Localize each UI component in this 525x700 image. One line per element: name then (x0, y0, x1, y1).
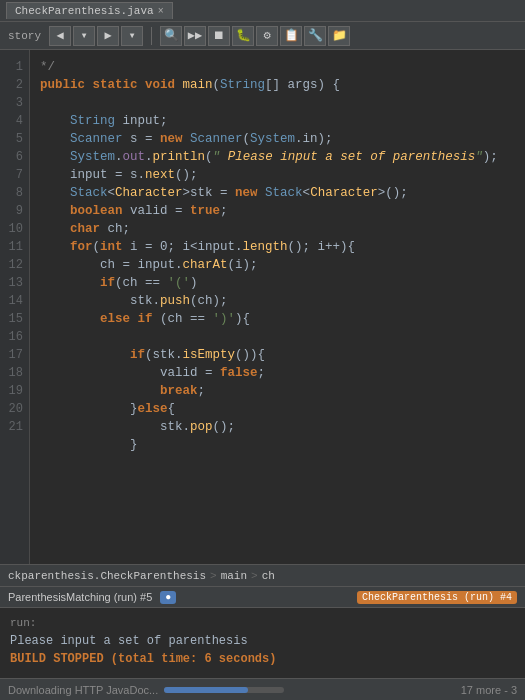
toolbar-search-btn[interactable]: 🔍 (160, 26, 182, 46)
file-tab[interactable]: CheckParenthesis.java × (6, 2, 173, 19)
toolbar-debug-btn[interactable]: 🐛 (232, 26, 254, 46)
toolbar-stop-btn[interactable]: ⏹ (208, 26, 230, 46)
toolbar-nav-section: ◀ ▾ ▶ ▾ (49, 26, 143, 46)
toolbar-extra1[interactable]: 📋 (280, 26, 302, 46)
breadcrumb-sep1: > (210, 570, 217, 582)
breadcrumb-bar: ckparenthesis.CheckParenthesis > main > … (0, 564, 525, 586)
download-status-text: Downloading HTTP JavaDoc... (8, 684, 158, 696)
toolbar-actions: 🔍 ▶▶ ⏹ 🐛 ⚙ 📋 🔧 📁 (160, 26, 350, 46)
download-progress-bar (164, 687, 284, 693)
progress-bar-fill (164, 687, 248, 693)
toolbar-extra3[interactable]: 📁 (328, 26, 350, 46)
title-bar: CheckParenthesis.java × (0, 0, 525, 22)
toolbar-build-btn[interactable]: ⚙ (256, 26, 278, 46)
toolbar: story ◀ ▾ ▶ ▾ 🔍 ▶▶ ⏹ 🐛 ⚙ 📋 🔧 📁 (0, 22, 525, 50)
breadcrumb-part3[interactable]: ch (262, 570, 275, 582)
console-area: run: Please input a set of parenthesis B… (0, 608, 525, 678)
editor-wrapper: 1 2 3 4 5 6 7 8 9 10 11 12 13 14 15 16 1… (0, 50, 525, 564)
tab-close-icon[interactable]: × (158, 6, 164, 17)
run-bar: ParenthesisMatching (run) #5 ● CheckPare… (0, 586, 525, 608)
console-output-line: Please input a set of parenthesis (10, 632, 515, 650)
console-run-label: run: (10, 614, 515, 632)
toolbar-run-btn[interactable]: ▶▶ (184, 26, 206, 46)
story-label: story (4, 30, 45, 42)
status-bar: Downloading HTTP JavaDoc... 17 more - 3 (0, 678, 525, 700)
breadcrumb-part2[interactable]: main (221, 570, 247, 582)
line-numbers: 1 2 3 4 5 6 7 8 9 10 11 12 13 14 15 16 1… (0, 50, 30, 564)
toolbar-btn-forward[interactable]: ▶ (97, 26, 119, 46)
more-items-label: 17 more - 3 (461, 684, 517, 696)
run-badge: ● (160, 591, 176, 604)
main-layout: CheckParenthesis.java × story ◀ ▾ ▶ ▾ 🔍 … (0, 0, 525, 700)
code-editor[interactable]: */ public static void main(String[] args… (30, 50, 525, 564)
toolbar-btn-dropdown2[interactable]: ▾ (121, 26, 143, 46)
toolbar-btn-back[interactable]: ◀ (49, 26, 71, 46)
breadcrumb-sep2: > (251, 570, 258, 582)
breadcrumb-part1[interactable]: ckparenthesis.CheckParenthesis (8, 570, 206, 582)
file-tab-label: CheckParenthesis.java (15, 5, 154, 17)
run-badge2: CheckParenthesis (run) #4 (357, 591, 517, 604)
toolbar-btn-dropdown1[interactable]: ▾ (73, 26, 95, 46)
run-label-text: run: (10, 617, 36, 629)
toolbar-divider (151, 27, 152, 45)
run-title: ParenthesisMatching (run) #5 (8, 591, 152, 603)
console-build-line: BUILD STOPPED (total time: 6 seconds) (10, 650, 515, 668)
toolbar-extra2[interactable]: 🔧 (304, 26, 326, 46)
